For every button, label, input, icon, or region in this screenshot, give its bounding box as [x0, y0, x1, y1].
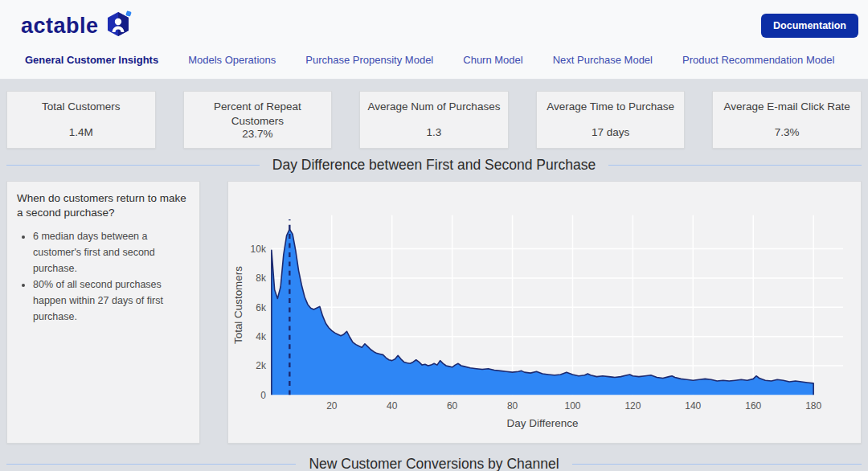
tab-churn-model[interactable]: Churn Model [463, 54, 522, 66]
kpi-row: Total Customers 1.4M Percent of Repeat C… [0, 80, 868, 149]
app-header: actable Documentation General Customer I… [0, 0, 868, 80]
kpi-value: 1.4M [69, 126, 93, 138]
kpi-average-num-purchases: Average Num of Purchases 1.3 [359, 91, 509, 149]
y-tick-label: 4k [256, 331, 266, 342]
documentation-button[interactable]: Documentation [761, 14, 858, 38]
section-divider-line [608, 165, 862, 166]
area-series-fill [272, 229, 813, 395]
section-header-new-customer-conversions: New Customer Conversions by Channel [0, 450, 868, 471]
y-tick-label: 0 [260, 390, 266, 401]
kpi-value: 1.3 [427, 126, 442, 138]
tab-general-customer-insights[interactable]: General Customer Insights [25, 54, 158, 66]
actable-logo: actable [21, 10, 133, 42]
kpi-title: Percent of Repeat Customers [190, 100, 326, 128]
insight-panel: When do customers return to make a secon… [6, 181, 200, 444]
section-header-day-difference: Day Difference between First and Second … [0, 149, 868, 181]
x-tick-label: 60 [447, 400, 458, 412]
logo-wordmark: actable [21, 14, 99, 39]
y-tick-label: 8k [256, 272, 266, 284]
kpi-title: Average E-mail Click Rate [724, 100, 850, 114]
kpi-value: 7.3% [775, 126, 800, 138]
kpi-title: Average Num of Purchases [368, 100, 501, 114]
x-tick-label: 20 [326, 400, 338, 412]
x-tick-label: 120 [624, 400, 641, 412]
y-axis-title: Total Customers [232, 266, 244, 344]
tab-next-purchase-model[interactable]: Next Purchase Model [553, 54, 653, 66]
insight-bullet-list: 6 median days between a customer's first… [33, 228, 190, 325]
tab-models-operations[interactable]: Models Operations [188, 54, 276, 66]
x-tick-label: 100 [564, 400, 580, 412]
section-divider-line [6, 464, 296, 465]
kpi-total-customers: Total Customers 1.4M [6, 91, 156, 149]
x-axis-title: Day Difference [507, 417, 579, 429]
tab-purchase-propensity-model[interactable]: Purchase Propensity Model [305, 54, 433, 66]
kpi-average-time-to-purchase: Average Time to Purchase 17 days [536, 91, 686, 149]
y-tick-label: 6k [256, 302, 266, 313]
kpi-title: Total Customers [42, 100, 121, 114]
kpi-title: Average Time to Purchase [547, 100, 674, 114]
kpi-percent-repeat-customers: Percent of Repeat Customers 23.7% [183, 91, 333, 149]
kpi-value: 17 days [592, 126, 629, 138]
main-nav: General Customer Insights Models Operati… [0, 42, 868, 77]
day-difference-content: When do customers return to make a secon… [0, 181, 868, 444]
x-tick-label: 140 [685, 400, 701, 412]
actable-logo-icon [104, 10, 133, 42]
insight-bullet: 80% of all second purchases happen withi… [33, 276, 190, 325]
bottom-section-title: New Customer Conversions by Channel [296, 456, 571, 471]
section-title: Day Difference between First and Second … [260, 157, 608, 174]
x-tick-label: 160 [745, 400, 761, 412]
kpi-value: 23.7% [242, 128, 272, 140]
header-top-row: actable Documentation [0, 0, 868, 42]
x-tick-label: 80 [507, 400, 518, 412]
tab-product-recommendation-model[interactable]: Product Recommendation Model [682, 54, 834, 66]
y-tick-label: 2k [256, 360, 266, 371]
insight-question: When do customers return to make a secon… [17, 191, 190, 220]
chart-panel: 02k4k6k8k10k20406080100120140160180Total… [227, 181, 862, 444]
y-tick-label: 10k [251, 244, 266, 255]
section-divider-line [6, 165, 260, 166]
section-divider-line [572, 464, 862, 465]
insight-bullet: 6 median days between a customer's first… [33, 228, 190, 276]
x-tick-label: 40 [387, 400, 398, 412]
x-tick-label: 180 [805, 400, 821, 412]
day-difference-chart: 02k4k6k8k10k20406080100120140160180Total… [228, 182, 861, 443]
kpi-average-email-click-rate: Average E-mail Click Rate 7.3% [712, 91, 862, 149]
